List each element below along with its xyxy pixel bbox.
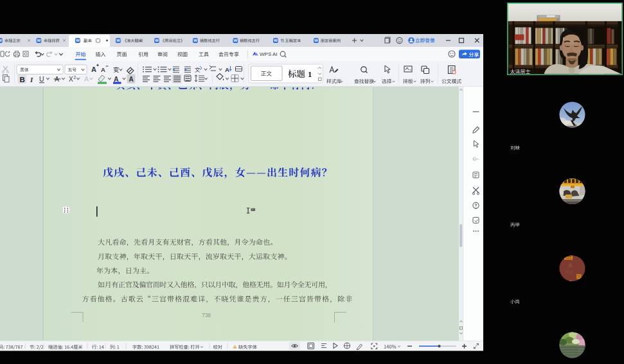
svg-text:W: W bbox=[155, 38, 159, 42]
svg-text:U: U bbox=[39, 75, 44, 83]
svg-text:W: W bbox=[274, 38, 278, 42]
svg-text:2: 2 bbox=[74, 75, 76, 80]
svg-text:X: X bbox=[69, 76, 73, 83]
svg-text:W: W bbox=[76, 38, 80, 42]
svg-text:738: 738 bbox=[202, 312, 211, 318]
svg-text:B: B bbox=[20, 76, 25, 83]
svg-text:A: A bbox=[84, 75, 89, 83]
svg-text:A: A bbox=[91, 65, 96, 73]
svg-text:A: A bbox=[129, 76, 134, 83]
svg-text:W: W bbox=[233, 38, 237, 42]
svg-text:W: W bbox=[116, 38, 120, 42]
svg-text:WPS AI: WPS AI bbox=[260, 51, 278, 57]
svg-text:A: A bbox=[225, 66, 229, 73]
svg-text:I: I bbox=[30, 76, 33, 83]
svg-text:1: 1 bbox=[308, 70, 312, 79]
svg-text:A: A bbox=[114, 75, 119, 83]
svg-text:W: W bbox=[37, 38, 40, 42]
svg-text:W: W bbox=[193, 38, 197, 42]
svg-text:A: A bbox=[101, 66, 105, 73]
svg-text:W: W bbox=[0, 38, 2, 42]
svg-text:W: W bbox=[314, 38, 318, 42]
